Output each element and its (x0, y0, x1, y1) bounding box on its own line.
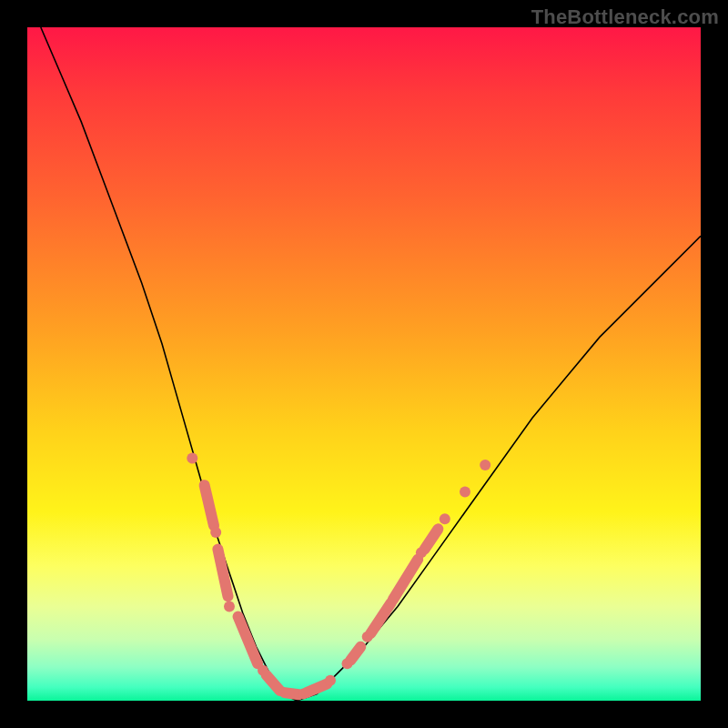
plot-area (27, 27, 701, 701)
bottleneck-curve (41, 27, 701, 701)
marker-bar (205, 485, 214, 525)
chart-svg (27, 27, 701, 701)
marker-dot (440, 513, 450, 524)
marker-bar (267, 675, 280, 691)
marker-bar (425, 529, 439, 549)
marker-bar (238, 617, 258, 664)
chart-frame: TheBottleneck.com (0, 0, 728, 728)
watermark-label: TheBottleneck.com (531, 5, 719, 29)
marker-dot (325, 675, 336, 686)
marker-dot (224, 601, 235, 612)
marker-bar (285, 693, 299, 694)
marker-bar (307, 684, 327, 693)
marker-bar (393, 560, 418, 600)
marker-bar (217, 550, 228, 597)
marker-dot (480, 460, 490, 470)
marker-layer (187, 453, 490, 700)
marker-dot (210, 527, 221, 538)
marker-dot (187, 453, 197, 464)
marker-dot (460, 487, 470, 498)
marker-bar (350, 647, 360, 661)
